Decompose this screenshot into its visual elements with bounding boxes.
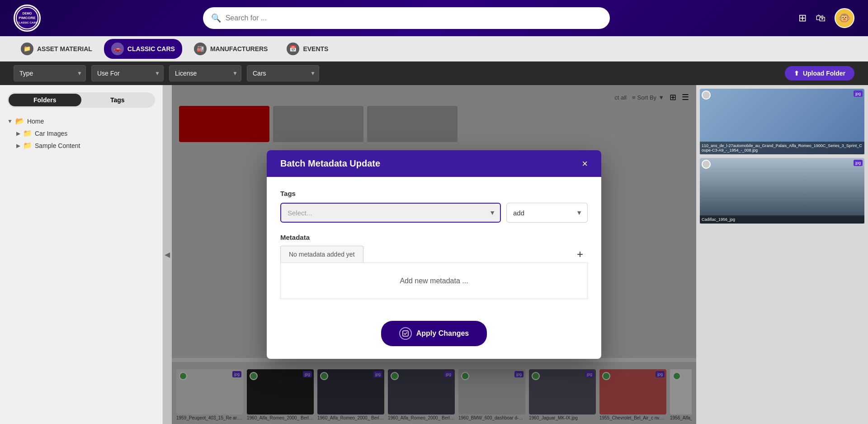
tree-arrow-sample-content: ▶ bbox=[16, 143, 20, 149]
gallery-area: ct all ≡ Sort By ▼ ⊞ ☰ 10 items selected… bbox=[172, 85, 696, 424]
svg-text:PIMCORE: PIMCORE bbox=[19, 16, 36, 20]
grid-icon[interactable]: ⊞ bbox=[798, 12, 807, 24]
nav-label-manufacturers: MANUFACTURERS bbox=[210, 45, 268, 52]
home-folder-icon: 📂 bbox=[15, 117, 24, 125]
svg-text:DEMO: DEMO bbox=[23, 12, 33, 15]
tags-select[interactable]: Select... bbox=[280, 203, 501, 223]
filter-bar: Type ▼ Use For ▼ License ▼ Cars ▼ ⬆ Uplo… bbox=[0, 62, 868, 85]
metadata-section-label: Metadata bbox=[280, 233, 588, 241]
top-right-icons: ⊞ 🛍 🐵 bbox=[798, 8, 854, 28]
license-filter[interactable]: License bbox=[169, 65, 241, 81]
metadata-tab-no-metadata[interactable]: No metadata added yet bbox=[280, 246, 363, 262]
usefor-filter-wrap: Use For ▼ bbox=[91, 65, 164, 81]
tree-label-car-images: Car Images bbox=[35, 130, 67, 137]
modal-overlay: Batch Metadata Update × Tags Select... ▼ bbox=[172, 85, 696, 424]
collapse-handle[interactable]: ◀ bbox=[163, 85, 172, 424]
upload-icon: ⬆ bbox=[794, 70, 799, 77]
metadata-add-button[interactable]: + bbox=[572, 246, 588, 262]
sidebar: Folders Tags ▼ 📂 Home ▶ 📁 Car Images ▶ 📁… bbox=[0, 85, 163, 424]
asset-material-icon: 📁 bbox=[21, 43, 33, 55]
usefor-filter[interactable]: Use For bbox=[91, 65, 164, 81]
cars-filter[interactable]: Cars bbox=[247, 65, 319, 81]
tree-item-car-images[interactable]: ▶ 📁 Car Images bbox=[16, 127, 155, 139]
tags-row: Select... ▼ add remove replace ▼ bbox=[280, 203, 588, 223]
svg-text:CLASSIC CARS: CLASSIC CARS bbox=[17, 21, 37, 24]
type-filter[interactable]: Type bbox=[14, 65, 86, 81]
sidebar-tabs: Folders Tags bbox=[7, 92, 155, 108]
modal-body: Tags Select... ▼ add remove bbox=[267, 177, 601, 312]
upload-folder-button[interactable]: ⬆ Upload Folder bbox=[785, 66, 854, 81]
nav-label-asset-material: ASSET MATERIAL bbox=[37, 45, 92, 52]
type-filter-wrap: Type ▼ bbox=[14, 65, 86, 81]
right-image-2[interactable]: jpg Cadillac_1956_jpg bbox=[700, 158, 864, 224]
user-avatar[interactable]: 🐵 bbox=[835, 8, 854, 28]
nav-label-events: EVENTS bbox=[303, 45, 328, 52]
tags-section-label: Tags bbox=[280, 190, 588, 197]
tree-item-home[interactable]: ▼ 📂 Home bbox=[7, 115, 155, 127]
tree-label-sample-content: Sample Content bbox=[35, 142, 80, 149]
tree-arrow-home: ▼ bbox=[7, 118, 13, 124]
svg-line-6 bbox=[405, 333, 407, 334]
cars-filter-wrap: Cars ▼ bbox=[247, 65, 319, 81]
sample-content-folder-icon: 📁 bbox=[23, 141, 32, 150]
right-badge-2: jpg bbox=[854, 160, 863, 166]
right-select-1[interactable] bbox=[702, 91, 711, 100]
modal-close-button[interactable]: × bbox=[582, 159, 588, 169]
nav-item-manufacturers[interactable]: 🏭 MANUFACTURERS bbox=[187, 39, 275, 59]
apply-btn-label: Apply Changes bbox=[416, 329, 469, 338]
search-input[interactable] bbox=[203, 7, 610, 29]
bag-icon[interactable]: 🛍 bbox=[816, 12, 826, 24]
modal-footer: Apply Changes bbox=[267, 312, 601, 359]
right-badge-1: jpg bbox=[854, 91, 863, 97]
main-content: Folders Tags ▼ 📂 Home ▶ 📁 Car Images ▶ 📁… bbox=[0, 85, 868, 424]
action-select[interactable]: add remove replace bbox=[506, 203, 588, 223]
modal-header: Batch Metadata Update × bbox=[267, 150, 601, 177]
tab-tags[interactable]: Tags bbox=[81, 94, 154, 106]
right-panel: jpg 110_ans_de_l-27automobile_au_Grand_P… bbox=[696, 85, 868, 424]
tags-select-wrap: Select... ▼ bbox=[280, 203, 501, 223]
tree-children: ▶ 📁 Car Images ▶ 📁 Sample Content bbox=[16, 127, 155, 152]
nav-item-events[interactable]: 📅 EVENTS bbox=[279, 39, 335, 59]
add-metadata-hint: Add new metadata ... bbox=[386, 263, 481, 299]
batch-metadata-modal: Batch Metadata Update × Tags Select... ▼ bbox=[267, 150, 601, 359]
search-bar[interactable]: 🔍 bbox=[203, 7, 610, 29]
license-filter-wrap: License ▼ bbox=[169, 65, 241, 81]
logo-icon: DEMO PIMCORE CLASSIC CARS bbox=[14, 5, 41, 32]
nav-label-classic-cars: CLASSIC CARS bbox=[127, 45, 175, 52]
right-image-1[interactable]: jpg 110_ans_de_l-27automobile_au_Grand_P… bbox=[700, 89, 864, 154]
tree-item-sample-content[interactable]: ▶ 📁 Sample Content bbox=[16, 139, 155, 152]
secondary-navigation: 📁 ASSET MATERIAL 🚗 CLASSIC CARS 🏭 MANUFA… bbox=[0, 36, 868, 62]
action-select-wrap: add remove replace ▼ bbox=[506, 203, 588, 223]
right-label-2: Cadillac_1956_jpg bbox=[700, 215, 864, 224]
metadata-content: Add new metadata ... bbox=[280, 263, 588, 299]
logo-area: DEMO PIMCORE CLASSIC CARS bbox=[14, 5, 104, 32]
metadata-tabs-row: No metadata added yet + bbox=[280, 246, 588, 263]
nav-item-asset-material[interactable]: 📁 ASSET MATERIAL bbox=[14, 39, 99, 59]
car-images-folder-icon: 📁 bbox=[23, 129, 32, 138]
top-navigation: DEMO PIMCORE CLASSIC CARS 🔍 ⊞ 🛍 🐵 bbox=[0, 0, 868, 36]
collapse-icon: ◀ bbox=[165, 250, 170, 259]
right-label-1: 110_ans_de_l-27automobile_au_Grand_Palai… bbox=[700, 142, 864, 154]
apply-icon bbox=[399, 327, 412, 340]
tree-label-home: Home bbox=[27, 118, 44, 125]
manufacturers-icon: 🏭 bbox=[194, 43, 207, 55]
right-select-2[interactable] bbox=[702, 160, 711, 169]
upload-btn-label: Upload Folder bbox=[803, 70, 845, 77]
tab-folders[interactable]: Folders bbox=[9, 94, 81, 106]
tree-arrow-car-images: ▶ bbox=[16, 130, 20, 137]
search-icon: 🔍 bbox=[211, 13, 221, 23]
classic-cars-icon: 🚗 bbox=[111, 43, 124, 55]
modal-title: Batch Metadata Update bbox=[280, 158, 380, 169]
apply-changes-button[interactable]: Apply Changes bbox=[381, 321, 487, 346]
events-icon: 📅 bbox=[287, 43, 299, 55]
nav-item-classic-cars[interactable]: 🚗 CLASSIC CARS bbox=[104, 39, 182, 59]
